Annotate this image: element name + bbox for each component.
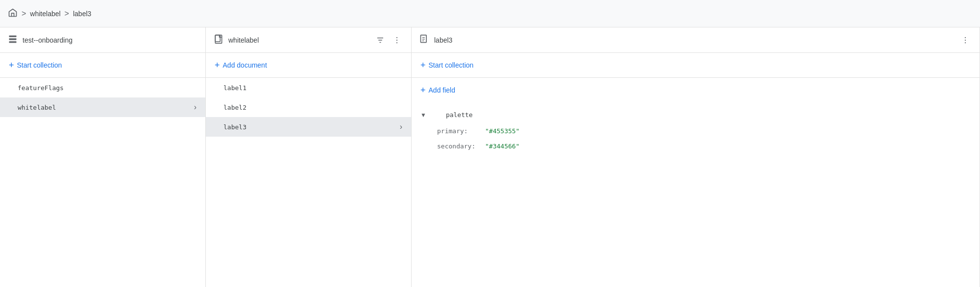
chevron-right-icon: › [400,122,402,131]
list-item-label: label2 [223,104,402,111]
list-item-label: label1 [223,84,402,92]
panel-right-header: label3 [412,27,980,53]
start-collection-button-right[interactable]: + Start collection [420,61,473,70]
panel-fields: label3 + Start collection + Add [412,27,980,287]
add-document-label: Add document [223,61,267,69]
field-key: primary: [437,127,481,135]
list-item-label: whitelabel [18,104,194,111]
home-icon[interactable] [8,8,18,19]
document-icon [419,34,429,46]
add-field-row: + Add field [412,78,980,102]
svg-point-10 [396,42,397,43]
panel-right-title: label3 [434,36,954,44]
field-key: secondary: [437,143,481,150]
collection-icon [8,34,18,46]
panel-left-title: test--onboarding [23,36,197,44]
list-item-label: label3 [223,123,400,131]
palette-expand-row[interactable]: ▼ palette [412,106,980,123]
svg-point-16 [965,39,966,40]
breadcrumb-sep-2: > [65,9,69,18]
plus-icon: + [9,61,14,70]
field-row: primary: "#455355" [437,123,980,139]
list-item[interactable]: label2 [206,97,411,117]
list-item[interactable]: label1 [206,78,411,97]
document-icon [214,34,223,46]
add-field-label: Add field [429,86,455,94]
more-vert-button[interactable] [959,34,972,47]
svg-point-15 [965,37,966,38]
palette-label: palette [446,111,473,119]
add-document-button[interactable]: + Add document [215,61,267,70]
panel-collections: test--onboarding + Start collection feat… [0,27,206,287]
plus-icon: + [420,61,426,70]
plus-icon: + [215,61,220,70]
svg-rect-11 [421,35,427,43]
start-collection-label: Start collection [17,61,62,69]
field-row: secondary: "#344566" [437,139,980,154]
panel-documents: whitelabel [206,27,412,287]
svg-rect-2 [9,41,17,43]
list-item[interactable]: whitelabel › [0,97,205,117]
panel-right-actions [959,34,972,47]
add-field-button[interactable]: + Add field [420,86,455,95]
main-content: test--onboarding + Start collection feat… [0,27,980,287]
start-collection-button[interactable]: + Start collection [9,61,62,70]
field-value: "#344566" [485,143,519,150]
more-vert-button[interactable] [391,34,403,47]
chevron-right-icon: › [194,103,196,112]
field-value: "#455355" [485,127,519,135]
panel-left-header: test--onboarding [0,27,205,53]
breadcrumb-bar: > whitelabel > label3 [0,0,980,27]
svg-rect-0 [9,36,17,37]
list-item[interactable]: label3 › [206,117,411,137]
filter-button[interactable] [374,34,387,47]
panel-mid-header: whitelabel [206,27,411,53]
fields-section: ▼ palette primary: "#455355" secondary: … [412,102,980,158]
svg-rect-1 [9,38,17,40]
panel-mid-title: whitelabel [228,36,369,44]
collections-list: featureFlags whitelabel › [0,78,205,287]
svg-point-9 [396,39,397,40]
breadcrumb-sep-1: > [22,9,26,18]
plus-icon: + [420,86,426,95]
breadcrumb-item-label3: label3 [73,10,91,18]
svg-point-17 [965,42,966,43]
breadcrumb-item-whitelabel[interactable]: whitelabel [30,10,60,18]
list-item[interactable]: featureFlags [0,78,205,97]
start-collection-label-right: Start collection [429,61,474,69]
list-item-label: featureFlags [18,84,196,92]
panel-mid-actions [374,34,403,47]
palette-fields: primary: "#455355" secondary: "#344566" [412,123,980,154]
svg-point-8 [396,37,397,38]
chevron-down-icon: ▼ [420,112,426,119]
add-document-row: + Add document [206,53,411,78]
documents-list: label1 label2 label3 › [206,78,411,287]
start-collection-row: + Start collection [0,53,205,78]
svg-rect-4 [215,35,221,44]
start-collection-row-right: + Start collection [412,53,980,78]
